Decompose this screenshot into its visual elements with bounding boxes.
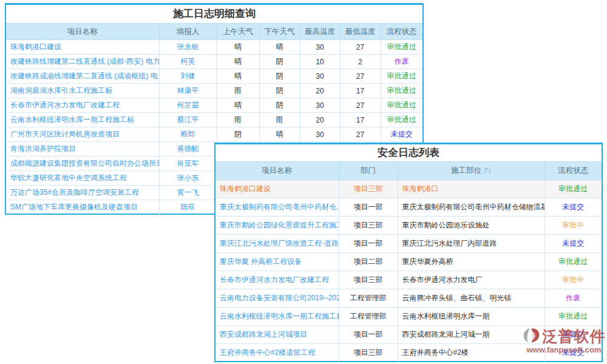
status-cell: 审批通过 [544,308,602,326]
min-temp-cell: 17 [340,113,381,127]
project-name-cell[interactable]: 改建铁路成渝线增建第二直通线 (成渝枢纽) 电力线 [6,69,159,84]
table-row[interactable]: 珠海鹤港口建设张永银晴晴3027审批通过 [6,40,422,55]
column-header-label: 填报人 [177,27,200,36]
table-row[interactable]: 湖南洞庭湖水库引水工程施工标林康平雨阴2017审批通过 [6,84,422,98]
max-temp-cell: 20 [300,84,340,98]
project-name-cell[interactable]: 云南水利枢纽潜明水库一期工程施工标 [215,308,339,326]
morning-weather-cell: 晴 [217,40,259,55]
column-header-1[interactable]: 项目名称 [6,24,159,40]
construction-location-cell: 王府井商务中心#2楼 [398,344,544,362]
table-row[interactable]: 云南水利枢纽潜明水库一期工程施工标工程管理部云南水利枢纽潜明水库一期审批通过 [215,308,602,326]
table-row[interactable]: 广州市天河区统计局机房改造项目断郎阴晴3027未提交 [6,127,422,142]
reporter-cell[interactable]: 柯英 [159,55,217,69]
morning-weather-cell: 雨 [217,113,259,127]
status-cell: 未提交 [544,326,602,344]
project-name-cell[interactable]: 重庆太极制药有限公司亳州中药材仓... [215,198,339,217]
reporter-cell[interactable]: 肖亚军 [159,157,217,171]
sort-icon [484,167,491,175]
project-name-cell[interactable]: 重庆市鹅岭公园绿化景观提升工程施工 [215,217,339,235]
project-name-cell[interactable]: 重庆华夏 外高桥工程设备 [215,253,339,271]
construction-location-cell: 珠海鹤港口 [398,180,544,198]
column-header-label: 最高温度 [305,27,335,36]
department-cell: 项目一部 [339,235,398,253]
table-row[interactable]: 云南水利枢纽潜明水库一期工程施工标蔡江平雨雨2017审批通过 [6,113,422,127]
project-name-cell[interactable]: 云南水利枢纽潜明水库一期工程施工标 [6,113,159,127]
table-row[interactable]: 王府井商务中心#2楼遗留工程项目三部王府井商务中心#2楼未提交 [215,344,602,362]
department-cell: 项目三部 [339,217,398,235]
status-cell: 审批中 [544,217,602,235]
reporter-cell[interactable]: 林康平 [159,84,217,98]
project-name-cell[interactable]: 湖南洞庭湖水库引水工程施工标 [6,84,159,98]
project-name-cell[interactable]: SM广场地下车库更换摄像机及硬盘项目 [6,200,159,215]
reporter-cell[interactable]: 陈菲 [159,200,217,215]
status-cell: 审批中 [544,271,602,289]
min-temp-cell: 27 [340,69,381,84]
reporter-cell[interactable]: 黄一飞 [159,186,217,200]
morning-weather-cell: 雨 [217,84,259,98]
project-name-cell[interactable]: 广州市天河区统计局机房改造项目 [6,127,159,142]
project-name-cell[interactable]: 珠海鹤港口建设 [6,40,159,55]
project-name-cell[interactable]: 云南电力设备安装有限公司2019--202... [215,289,339,308]
status-cell: 未提交 [544,198,602,217]
table-row[interactable]: 长春市伊通河水力发电厂改建工程项目三部长春市伊通河水力发电厂审批中 [215,271,602,289]
status-cell: 审批通过 [381,113,422,127]
table-row[interactable]: 改建铁路线增建第二线直通线 (成都-西安) 电力线柯英晴阴102作废 [6,55,422,69]
status-cell: 审批通过 [381,40,422,55]
min-temp-cell: 2 [340,55,381,69]
column-header-3[interactable]: 上午天气 [217,24,259,40]
column-header-5[interactable]: 最高温度 [300,24,340,40]
afternoon-weather-cell: 阴 [259,98,300,113]
table-row[interactable]: 云南电力设备安装有限公司2019--202...工程管理部云南腾冲界头镇、曲石镇… [215,289,602,308]
status-cell: 作废 [544,289,602,308]
reporter-cell[interactable]: 何芷茵 [159,98,217,113]
table-row[interactable]: 长春市伊通河水力发电厂改建工程何芷茵晴阴3027审批通过 [6,98,422,113]
afternoon-weather-cell: 雨 [259,113,300,127]
table-row[interactable]: 西安成都路龙湖上河城项目项目一部西安成都路龙湖上河城一期未提交 [215,326,602,344]
column-header-7[interactable]: 流程状态 [381,24,422,40]
table-row[interactable]: 重庆太极制药有限公司亳州中药材仓...项目一部重庆太极制药有限公司亳州中药材仓储… [215,198,602,217]
column-header-label: 项目名称 [262,166,292,175]
project-name-cell[interactable]: 万达广场35#会所及咖啡厅空调安装工程 [6,186,159,200]
column-header-3[interactable]: 施工部位 [398,162,544,180]
project-name-cell[interactable]: 重庆江北污水处理厂级改造工程-道路... [215,235,339,253]
project-name-cell[interactable]: 华软大厦研究基地中央空调系统工程 [6,171,159,186]
project-name-cell[interactable]: 王府井商务中心#2楼遗留工程 [215,344,339,362]
project-name-cell[interactable]: 青海洪湖养护院项目 [6,142,159,157]
column-header-label: 项目名称 [67,27,98,36]
column-header-4[interactable]: 流程状态 [544,162,602,180]
min-temp-cell: 27 [340,98,381,113]
reporter-cell[interactable]: 断郎 [159,127,217,142]
department-cell: 项目三部 [339,271,398,289]
column-header-label: 流程状态 [558,166,588,175]
reporter-cell[interactable]: 蒋德帧 [159,142,217,157]
project-name-cell[interactable]: 改建铁路线增建第二线直通线 (成都-西安) 电力线 [6,55,159,69]
table-row[interactable]: 重庆江北污水处理厂级改造工程-道路...项目一部重庆江北污水处理厂内部道路未提交 [215,235,602,253]
column-header-label: 下午天气 [265,27,295,36]
reporter-cell[interactable]: 蔡江平 [159,113,217,127]
min-temp-cell: 17 [340,84,381,98]
table-row[interactable]: 重庆市鹅岭公园绿化景观提升工程施工项目三部重庆市鹅岭公园游乐设施处审批中 [215,217,602,235]
project-name-cell[interactable]: 成都能源建设集团投资有限公司临时办公场所装修改造 [6,157,159,171]
table-row[interactable]: 珠海鹤港口建设项目三部珠海鹤港口审批通过 [215,180,602,198]
reporter-cell[interactable]: 张永银 [159,40,217,55]
department-cell: 工程管理部 [339,289,398,308]
column-header-2[interactable]: 部门 [339,162,398,180]
table-row[interactable]: 改建铁路成渝线增建第二直通线 (成渝枢纽) 电力线刘健晴阴3027审批通过 [6,69,422,84]
department-cell: 工程管理部 [339,308,398,326]
project-name-cell[interactable]: 西安成都路龙湖上河城项目 [215,326,339,344]
column-header-1[interactable]: 项目名称 [215,162,339,180]
construction-location-cell: 重庆江北污水处理厂内部道路 [398,235,544,253]
morning-weather-cell: 晴 [217,98,259,113]
column-header-2[interactable]: 填报人 [159,24,217,40]
project-name-cell[interactable]: 长春市伊通河水力发电厂改建工程 [6,98,159,113]
column-header-4[interactable]: 下午天气 [259,24,300,40]
reporter-cell[interactable]: 张小东 [159,171,217,186]
project-name-cell[interactable]: 珠海鹤港口建设 [215,180,339,198]
status-cell: 审批通过 [381,84,422,98]
project-name-cell[interactable]: 长春市伊通河水力发电厂改建工程 [215,271,339,289]
min-temp-cell: 27 [340,127,381,142]
safety-log-table: 项目名称部门施工部位流程状态 珠海鹤港口建设项目三部珠海鹤港口审批通过重庆太极制… [215,161,602,362]
table-row[interactable]: 重庆华夏 外高桥工程设备项目二部重庆华夏外高桥审批通过 [215,253,602,271]
column-header-6[interactable]: 最低温度 [340,24,381,40]
reporter-cell[interactable]: 刘健 [159,69,217,84]
